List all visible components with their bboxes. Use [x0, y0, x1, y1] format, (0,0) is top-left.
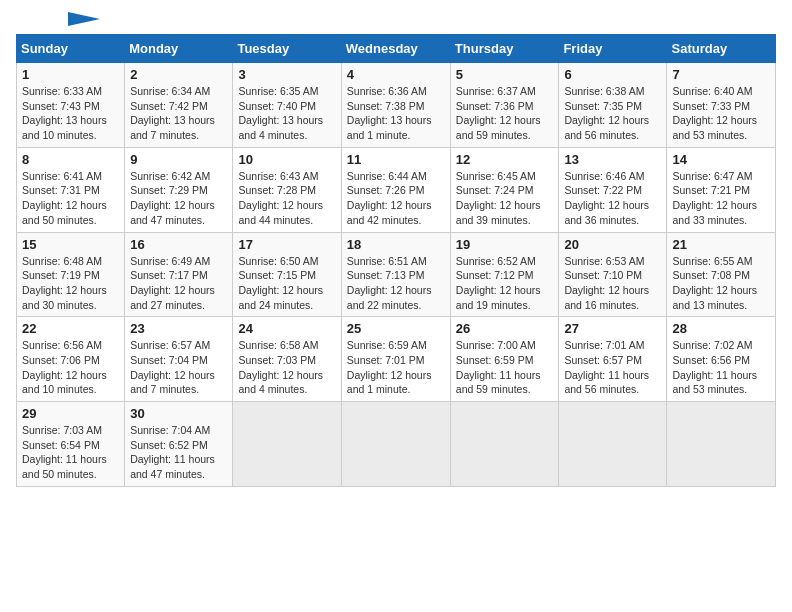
day-info: Sunrise: 7:03 AM Sunset: 6:54 PM Dayligh…	[22, 423, 119, 482]
weekday-friday: Friday	[559, 35, 667, 63]
day-number: 22	[22, 321, 119, 336]
weekday-wednesday: Wednesday	[341, 35, 450, 63]
day-number: 13	[564, 152, 661, 167]
day-number: 27	[564, 321, 661, 336]
day-number: 24	[238, 321, 335, 336]
calendar-body: 1Sunrise: 6:33 AM Sunset: 7:43 PM Daylig…	[17, 63, 776, 487]
day-cell: 18Sunrise: 6:51 AM Sunset: 7:13 PM Dayli…	[341, 232, 450, 317]
day-number: 21	[672, 237, 770, 252]
day-number: 6	[564, 67, 661, 82]
day-info: Sunrise: 6:36 AM Sunset: 7:38 PM Dayligh…	[347, 84, 445, 143]
day-info: Sunrise: 6:42 AM Sunset: 7:29 PM Dayligh…	[130, 169, 227, 228]
day-cell: 9Sunrise: 6:42 AM Sunset: 7:29 PM Daylig…	[125, 147, 233, 232]
day-cell: 1Sunrise: 6:33 AM Sunset: 7:43 PM Daylig…	[17, 63, 125, 148]
day-info: Sunrise: 7:04 AM Sunset: 6:52 PM Dayligh…	[130, 423, 227, 482]
day-cell: 16Sunrise: 6:49 AM Sunset: 7:17 PM Dayli…	[125, 232, 233, 317]
day-cell: 19Sunrise: 6:52 AM Sunset: 7:12 PM Dayli…	[450, 232, 559, 317]
day-cell: 13Sunrise: 6:46 AM Sunset: 7:22 PM Dayli…	[559, 147, 667, 232]
day-info: Sunrise: 6:58 AM Sunset: 7:03 PM Dayligh…	[238, 338, 335, 397]
day-info: Sunrise: 6:51 AM Sunset: 7:13 PM Dayligh…	[347, 254, 445, 313]
day-info: Sunrise: 6:45 AM Sunset: 7:24 PM Dayligh…	[456, 169, 554, 228]
svg-marker-0	[68, 12, 100, 26]
day-number: 12	[456, 152, 554, 167]
day-number: 8	[22, 152, 119, 167]
day-number: 25	[347, 321, 445, 336]
day-info: Sunrise: 6:37 AM Sunset: 7:36 PM Dayligh…	[456, 84, 554, 143]
weekday-monday: Monday	[125, 35, 233, 63]
day-info: Sunrise: 6:44 AM Sunset: 7:26 PM Dayligh…	[347, 169, 445, 228]
day-cell: 14Sunrise: 6:47 AM Sunset: 7:21 PM Dayli…	[667, 147, 776, 232]
day-cell: 30Sunrise: 7:04 AM Sunset: 6:52 PM Dayli…	[125, 402, 233, 487]
weekday-thursday: Thursday	[450, 35, 559, 63]
day-cell: 12Sunrise: 6:45 AM Sunset: 7:24 PM Dayli…	[450, 147, 559, 232]
day-number: 3	[238, 67, 335, 82]
day-info: Sunrise: 6:59 AM Sunset: 7:01 PM Dayligh…	[347, 338, 445, 397]
day-number: 11	[347, 152, 445, 167]
day-cell	[559, 402, 667, 487]
day-number: 7	[672, 67, 770, 82]
day-info: Sunrise: 6:33 AM Sunset: 7:43 PM Dayligh…	[22, 84, 119, 143]
day-info: Sunrise: 6:40 AM Sunset: 7:33 PM Dayligh…	[672, 84, 770, 143]
week-row-1: 1Sunrise: 6:33 AM Sunset: 7:43 PM Daylig…	[17, 63, 776, 148]
day-number: 26	[456, 321, 554, 336]
weekday-header-row: SundayMondayTuesdayWednesdayThursdayFrid…	[17, 35, 776, 63]
day-cell: 25Sunrise: 6:59 AM Sunset: 7:01 PM Dayli…	[341, 317, 450, 402]
day-cell	[450, 402, 559, 487]
day-number: 4	[347, 67, 445, 82]
day-cell: 28Sunrise: 7:02 AM Sunset: 6:56 PM Dayli…	[667, 317, 776, 402]
week-row-2: 8Sunrise: 6:41 AM Sunset: 7:31 PM Daylig…	[17, 147, 776, 232]
day-cell: 11Sunrise: 6:44 AM Sunset: 7:26 PM Dayli…	[341, 147, 450, 232]
week-row-4: 22Sunrise: 6:56 AM Sunset: 7:06 PM Dayli…	[17, 317, 776, 402]
day-info: Sunrise: 6:57 AM Sunset: 7:04 PM Dayligh…	[130, 338, 227, 397]
day-cell: 24Sunrise: 6:58 AM Sunset: 7:03 PM Dayli…	[233, 317, 341, 402]
day-cell: 27Sunrise: 7:01 AM Sunset: 6:57 PM Dayli…	[559, 317, 667, 402]
day-info: Sunrise: 6:34 AM Sunset: 7:42 PM Dayligh…	[130, 84, 227, 143]
page-header	[16, 16, 776, 26]
day-number: 28	[672, 321, 770, 336]
day-number: 1	[22, 67, 119, 82]
logo-icon	[68, 12, 100, 26]
day-number: 2	[130, 67, 227, 82]
day-number: 14	[672, 152, 770, 167]
logo	[16, 16, 100, 26]
day-info: Sunrise: 6:49 AM Sunset: 7:17 PM Dayligh…	[130, 254, 227, 313]
day-info: Sunrise: 6:50 AM Sunset: 7:15 PM Dayligh…	[238, 254, 335, 313]
day-cell: 15Sunrise: 6:48 AM Sunset: 7:19 PM Dayli…	[17, 232, 125, 317]
day-number: 16	[130, 237, 227, 252]
day-number: 29	[22, 406, 119, 421]
day-info: Sunrise: 6:41 AM Sunset: 7:31 PM Dayligh…	[22, 169, 119, 228]
week-row-5: 29Sunrise: 7:03 AM Sunset: 6:54 PM Dayli…	[17, 402, 776, 487]
weekday-sunday: Sunday	[17, 35, 125, 63]
day-cell: 8Sunrise: 6:41 AM Sunset: 7:31 PM Daylig…	[17, 147, 125, 232]
day-cell: 29Sunrise: 7:03 AM Sunset: 6:54 PM Dayli…	[17, 402, 125, 487]
day-cell: 7Sunrise: 6:40 AM Sunset: 7:33 PM Daylig…	[667, 63, 776, 148]
day-cell	[233, 402, 341, 487]
day-cell: 17Sunrise: 6:50 AM Sunset: 7:15 PM Dayli…	[233, 232, 341, 317]
day-info: Sunrise: 6:38 AM Sunset: 7:35 PM Dayligh…	[564, 84, 661, 143]
day-cell: 4Sunrise: 6:36 AM Sunset: 7:38 PM Daylig…	[341, 63, 450, 148]
day-info: Sunrise: 7:00 AM Sunset: 6:59 PM Dayligh…	[456, 338, 554, 397]
day-info: Sunrise: 6:46 AM Sunset: 7:22 PM Dayligh…	[564, 169, 661, 228]
day-info: Sunrise: 6:52 AM Sunset: 7:12 PM Dayligh…	[456, 254, 554, 313]
day-info: Sunrise: 7:02 AM Sunset: 6:56 PM Dayligh…	[672, 338, 770, 397]
day-cell: 21Sunrise: 6:55 AM Sunset: 7:08 PM Dayli…	[667, 232, 776, 317]
weekday-saturday: Saturday	[667, 35, 776, 63]
day-cell	[341, 402, 450, 487]
day-number: 20	[564, 237, 661, 252]
day-info: Sunrise: 6:53 AM Sunset: 7:10 PM Dayligh…	[564, 254, 661, 313]
day-cell: 23Sunrise: 6:57 AM Sunset: 7:04 PM Dayli…	[125, 317, 233, 402]
day-number: 10	[238, 152, 335, 167]
day-info: Sunrise: 6:56 AM Sunset: 7:06 PM Dayligh…	[22, 338, 119, 397]
day-number: 17	[238, 237, 335, 252]
day-info: Sunrise: 6:35 AM Sunset: 7:40 PM Dayligh…	[238, 84, 335, 143]
day-info: Sunrise: 6:48 AM Sunset: 7:19 PM Dayligh…	[22, 254, 119, 313]
day-cell: 2Sunrise: 6:34 AM Sunset: 7:42 PM Daylig…	[125, 63, 233, 148]
day-cell: 6Sunrise: 6:38 AM Sunset: 7:35 PM Daylig…	[559, 63, 667, 148]
day-cell: 22Sunrise: 6:56 AM Sunset: 7:06 PM Dayli…	[17, 317, 125, 402]
day-number: 5	[456, 67, 554, 82]
weekday-tuesday: Tuesday	[233, 35, 341, 63]
day-info: Sunrise: 7:01 AM Sunset: 6:57 PM Dayligh…	[564, 338, 661, 397]
day-cell: 20Sunrise: 6:53 AM Sunset: 7:10 PM Dayli…	[559, 232, 667, 317]
day-number: 30	[130, 406, 227, 421]
day-cell: 10Sunrise: 6:43 AM Sunset: 7:28 PM Dayli…	[233, 147, 341, 232]
